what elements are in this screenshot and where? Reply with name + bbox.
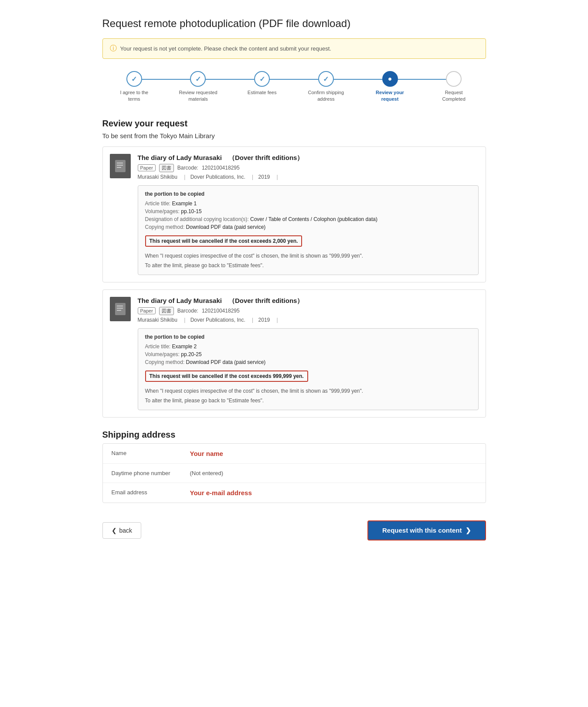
stepper-step-4: ●Review your request xyxy=(358,71,422,103)
cost-warning-1: This request will be cancelled if the co… xyxy=(145,370,308,382)
shipping-value-1: (Not entered) xyxy=(190,470,224,476)
stepper: ✓I agree to the terms✓Review requested m… xyxy=(102,71,486,103)
barcode-label-0: Barcode: xyxy=(177,165,198,171)
method-row-1: Copying method: Download PDF data (paid … xyxy=(145,359,471,365)
shipping-section: Shipping address NameYour nameDaytime ph… xyxy=(102,430,486,503)
svg-rect-2 xyxy=(117,165,123,166)
back-chevron-icon: ❮ xyxy=(112,527,117,534)
step-circle-0: ✓ xyxy=(126,71,142,87)
book-info-1: Murasaki Shikibu | Dover Publications, I… xyxy=(138,317,479,323)
article-row-1: Article title: Example 2 xyxy=(145,343,471,350)
alert-icon: ⓘ xyxy=(110,44,117,53)
step-label-2: Estimate fees xyxy=(248,89,277,96)
book-details-1: The diary of Lady Murasaki （Dover thrift… xyxy=(138,297,479,410)
designation-row-0: Designation of additional copying locati… xyxy=(145,216,471,222)
books-container: The diary of Lady Murasaki （Dover thrift… xyxy=(102,146,486,418)
step-label-0: I agree to the terms xyxy=(115,89,154,103)
stepper-step-5: Request Completed xyxy=(422,71,486,103)
step-label-3: Confirm shipping address xyxy=(306,89,346,103)
back-label: back xyxy=(119,527,133,534)
stepper-step-1: ✓Review requested materials xyxy=(166,71,230,103)
tag-book-1: 図書 xyxy=(159,307,174,315)
stepper-step-0: ✓I agree to the terms xyxy=(102,71,166,103)
step-circle-5 xyxy=(446,71,462,87)
barcode-value-0: 1202100418295 xyxy=(202,165,240,171)
book-title-1: The diary of Lady Murasaki （Dover thrift… xyxy=(138,297,479,305)
copy-details-1: the portion to be copied Article title: … xyxy=(138,328,479,410)
method-row-0: Copying method: Download PDF data (paid … xyxy=(145,224,471,230)
shipping-heading: Shipping address xyxy=(102,430,486,440)
copy-note1-1: When "I request copies irrespective of t… xyxy=(145,387,471,395)
alert-banner: ⓘ Your request is not yet complete. Plea… xyxy=(102,38,486,59)
pages-row-1: Volume/pages: pp.20-25 xyxy=(145,351,471,357)
shipping-label-0: Name xyxy=(112,450,190,457)
pages-row-0: Volume/pages: pp.10-15 xyxy=(145,208,471,214)
book-meta-0: Paper 図書 Barcode: 1202100418295 xyxy=(138,164,479,172)
tag-book-0: 図書 xyxy=(159,164,174,172)
page-title: Request remote photoduplication (PDF fil… xyxy=(102,17,486,30)
shipping-row-0: NameYour name xyxy=(103,444,486,464)
book-details-0: The diary of Lady Murasaki （Dover thrift… xyxy=(138,154,479,275)
copy-note2-0: To alter the limit, please go back to "E… xyxy=(145,262,471,269)
svg-rect-1 xyxy=(117,163,123,163)
author-1: Murasaki Shikibu xyxy=(138,317,177,323)
shipping-label-2: Email address xyxy=(112,489,190,496)
shipping-table: NameYour nameDaytime phone number(Not en… xyxy=(102,443,486,503)
book-card-0: The diary of Lady Murasaki （Dover thrift… xyxy=(102,146,486,282)
shipping-value-0: Your name xyxy=(190,450,223,457)
stepper-step-3: ✓Confirm shipping address xyxy=(294,71,358,103)
submit-chevron-icon: ❯ xyxy=(466,527,471,534)
submit-button[interactable]: Request with this content ❯ xyxy=(367,520,486,540)
review-heading: Review your request xyxy=(102,119,486,129)
footer-buttons: ❮ back Request with this content ❯ xyxy=(102,520,486,540)
barcode-label-1: Barcode: xyxy=(177,308,198,314)
author-0: Murasaki Shikibu xyxy=(138,174,177,180)
tag-paper-0: Paper xyxy=(138,164,156,171)
article-row-0: Article title: Example 1 xyxy=(145,201,471,207)
copy-details-0: the portion to be copied Article title: … xyxy=(138,185,479,275)
submit-label: Request with this content xyxy=(382,527,462,534)
copy-section-label-0: the portion to be copied xyxy=(145,191,471,197)
step-circle-2: ✓ xyxy=(254,71,270,87)
book-icon-1 xyxy=(110,297,131,321)
step-label-1: Review requested materials xyxy=(178,89,218,103)
cost-warning-0: This request will be cancelled if the co… xyxy=(145,235,302,247)
svg-rect-7 xyxy=(117,310,121,311)
book-title-0: The diary of Lady Murasaki （Dover thrift… xyxy=(138,154,479,162)
book-meta-1: Paper 図書 Barcode: 1202100418295 xyxy=(138,307,479,315)
book-icon-0 xyxy=(110,154,131,178)
year-1: 2019 xyxy=(258,317,270,323)
svg-rect-5 xyxy=(117,306,123,306)
svg-rect-0 xyxy=(115,160,126,172)
year-0: 2019 xyxy=(258,174,270,180)
svg-rect-6 xyxy=(117,308,123,309)
shipping-label-1: Daytime phone number xyxy=(112,470,190,476)
step-circle-4: ● xyxy=(382,71,398,87)
book-card-1: The diary of Lady Murasaki （Dover thrift… xyxy=(102,289,486,418)
book-info-0: Murasaki Shikibu | Dover Publications, I… xyxy=(138,174,479,180)
shipping-row-1: Daytime phone number(Not entered) xyxy=(103,464,486,483)
copy-section-label-1: the portion to be copied xyxy=(145,334,471,340)
step-circle-1: ✓ xyxy=(190,71,206,87)
copy-note1-0: When "I request copies irrespective of t… xyxy=(145,252,471,260)
svg-rect-3 xyxy=(117,167,121,168)
stepper-step-2: ✓Estimate fees xyxy=(230,71,294,96)
alert-message: Your request is not yet complete. Please… xyxy=(120,45,331,52)
tag-paper-1: Paper xyxy=(138,307,156,314)
shipping-row-2: Email addressYour e-mail address xyxy=(103,483,486,503)
review-subheading: To be sent from the Tokyo Main Library xyxy=(102,132,486,139)
svg-rect-4 xyxy=(115,303,126,315)
back-button[interactable]: ❮ back xyxy=(102,522,142,539)
barcode-value-1: 1202100418295 xyxy=(202,308,240,314)
publisher-0: Dover Publications, Inc. xyxy=(190,174,245,180)
step-circle-3: ✓ xyxy=(318,71,334,87)
copy-note2-1: To alter the limit, please go back to "E… xyxy=(145,397,471,404)
step-label-5: Request Completed xyxy=(434,89,473,103)
shipping-value-2: Your e-mail address xyxy=(190,489,252,496)
step-label-4: Review your request xyxy=(370,89,410,103)
publisher-1: Dover Publications, Inc. xyxy=(190,317,245,323)
